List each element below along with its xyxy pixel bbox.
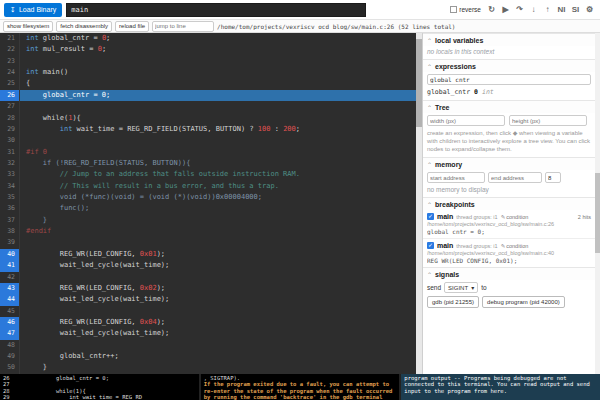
- program-output-terminal[interactable]: program output -- Programs being debugge…: [399, 374, 600, 400]
- collapse-caret-icon[interactable]: ⌃: [427, 63, 432, 70]
- breakpoint-item[interactable]: ✓mainthread groups: i1✎condition/home/to…: [423, 238, 595, 267]
- breakpoint-enabled-checkbox[interactable]: ✓: [427, 242, 434, 249]
- local-variables-header[interactable]: ⌃ local variables: [423, 34, 595, 46]
- line-number[interactable]: 31: [0, 147, 20, 158]
- source-line[interactable]: 47 wait_led_cycle(wait_time);: [0, 328, 416, 339]
- tree-height-input[interactable]: [509, 115, 587, 126]
- show-filesystem-button[interactable]: show filesystem: [3, 21, 53, 32]
- step-instruction-button[interactable]: SI: [569, 3, 582, 17]
- jump-to-line-input[interactable]: [152, 21, 214, 32]
- source-line[interactable]: 36 func();: [0, 203, 416, 214]
- source-line[interactable]: 25{: [0, 78, 416, 89]
- reverse-checkbox[interactable]: [450, 6, 457, 13]
- console-terminal[interactable]: , SIGTRAP). If the program exited due to…: [199, 374, 400, 400]
- source-line[interactable]: 26 global_cntr = 0;: [0, 90, 416, 101]
- source-line[interactable]: 28 while(1){: [0, 113, 416, 124]
- source-line[interactable]: 21int global_cntr = 0;: [0, 33, 416, 44]
- line-number[interactable]: 23: [0, 56, 20, 67]
- collapse-caret-icon[interactable]: ⌃: [427, 271, 432, 278]
- reload-file-button[interactable]: reload file: [115, 21, 149, 32]
- source-line[interactable]: 39: [0, 237, 416, 248]
- expressions-header[interactable]: ⌃ expressions: [423, 60, 595, 72]
- memory-start-address-input[interactable]: [427, 172, 485, 183]
- line-number[interactable]: 40: [0, 249, 20, 260]
- sidebar-scrollbar[interactable]: [595, 33, 600, 374]
- line-number[interactable]: 49: [0, 351, 20, 362]
- signal-target-button[interactable]: gdb (pid 21255): [427, 296, 479, 308]
- return-icon[interactable]: ↑: [541, 3, 554, 17]
- line-number[interactable]: 26: [0, 90, 20, 101]
- line-number[interactable]: 29: [0, 124, 20, 135]
- source-line[interactable]: 48: [0, 340, 416, 351]
- line-number[interactable]: 38: [0, 226, 20, 237]
- collapse-caret-icon[interactable]: ⌃: [427, 104, 432, 111]
- step-icon[interactable]: ↓: [527, 3, 540, 17]
- source-line[interactable]: 24int main(): [0, 67, 416, 78]
- line-number[interactable]: 21: [0, 33, 20, 44]
- breakpoints-header[interactable]: ⌃ breakpoints: [423, 198, 595, 210]
- line-number[interactable]: 42: [0, 272, 20, 283]
- line-number[interactable]: 41: [0, 260, 20, 271]
- run-icon[interactable]: ↻: [485, 3, 498, 17]
- settings-icon[interactable]: ⚙: [583, 3, 596, 17]
- source-line[interactable]: 33 // Jump to an address that falls outs…: [0, 169, 416, 180]
- source-line[interactable]: 49 global_cntr++;: [0, 351, 416, 362]
- next-icon[interactable]: ↷: [513, 3, 526, 17]
- reverse-toggle[interactable]: reverse: [450, 6, 481, 13]
- line-number[interactable]: 44: [0, 294, 20, 305]
- sidebar-scrollbar-thumb[interactable]: [595, 173, 600, 253]
- source-line[interactable]: 45: [0, 306, 416, 317]
- source-line[interactable]: 23: [0, 56, 416, 67]
- source-line[interactable]: 46 REG_WR(LED_CONFIG, 0x04);: [0, 317, 416, 328]
- line-number[interactable]: 30: [0, 135, 20, 146]
- breakpoint-enabled-checkbox[interactable]: ✓: [427, 213, 434, 220]
- expression-input[interactable]: [427, 74, 591, 85]
- breakpoint-condition-button[interactable]: ✎condition: [501, 243, 529, 249]
- line-number[interactable]: 24: [0, 67, 20, 78]
- line-number[interactable]: 47: [0, 328, 20, 339]
- line-number[interactable]: 36: [0, 203, 20, 214]
- expression-row[interactable]: global_cntr0int: [427, 85, 591, 96]
- source-line[interactable]: 37 }: [0, 215, 416, 226]
- line-number[interactable]: 32: [0, 158, 20, 169]
- source-line[interactable]: 40 REG_WR(LED_CONFIG, 0x01);: [0, 249, 416, 260]
- breakpoint-item[interactable]: ✓mainthread groups: i1✎condition2 hits/h…: [423, 210, 595, 238]
- line-number[interactable]: 35: [0, 192, 20, 203]
- binary-path-input[interactable]: [66, 3, 366, 17]
- line-number[interactable]: 45: [0, 306, 20, 317]
- signals-header[interactable]: ⌃ signals: [423, 268, 595, 280]
- source-line[interactable]: 43 REG_WR(LED_CONFIG, 0x02);: [0, 283, 416, 294]
- breakpoint-condition-button[interactable]: ✎condition: [501, 214, 529, 220]
- line-number[interactable]: 28: [0, 113, 20, 124]
- line-number[interactable]: 48: [0, 340, 20, 351]
- source-line[interactable]: 42: [0, 272, 416, 283]
- source-line[interactable]: 27: [0, 101, 416, 112]
- source-line[interactable]: 41 wait_led_cycle(wait_time);: [0, 260, 416, 271]
- signal-target-button[interactable]: debug program (pid 42000): [482, 296, 565, 308]
- fetch-disassembly-button[interactable]: fetch disassembly: [56, 21, 112, 32]
- line-number[interactable]: 50: [0, 362, 20, 373]
- collapse-caret-icon[interactable]: ⌃: [427, 201, 432, 208]
- source-line[interactable]: 31#if 0: [0, 147, 416, 158]
- line-number[interactable]: 37: [0, 215, 20, 226]
- line-number[interactable]: 33: [0, 169, 20, 180]
- continue-icon[interactable]: ▶: [499, 3, 512, 17]
- source-line[interactable]: 34 // This will result in a bus error, a…: [0, 181, 416, 192]
- memory-bytes-per-line-input[interactable]: [545, 172, 561, 183]
- tree-header[interactable]: ⌃ Tree: [423, 101, 595, 113]
- tree-width-input[interactable]: [427, 115, 505, 126]
- line-number[interactable]: 27: [0, 101, 20, 112]
- collapse-caret-icon[interactable]: ⌃: [427, 37, 432, 44]
- line-number[interactable]: 46: [0, 317, 20, 328]
- load-binary-button[interactable]: ↧ Load Binary: [4, 3, 62, 17]
- source-line[interactable]: 44 wait_led_cycle(wait_time);: [0, 294, 416, 305]
- line-number[interactable]: 25: [0, 78, 20, 89]
- next-instruction-button[interactable]: NI: [555, 3, 568, 17]
- collapse-caret-icon[interactable]: ⌃: [427, 161, 432, 168]
- line-number[interactable]: 43: [0, 283, 20, 294]
- memory-header[interactable]: ⌃ memory: [423, 158, 595, 170]
- source-line[interactable]: 38#endif: [0, 226, 416, 237]
- memory-end-address-input[interactable]: [488, 172, 542, 183]
- source-line[interactable]: 50 }: [0, 362, 416, 373]
- gdb-terminal[interactable]: 26 global_cntr = 0;2728 while(1){29 int …: [0, 374, 199, 400]
